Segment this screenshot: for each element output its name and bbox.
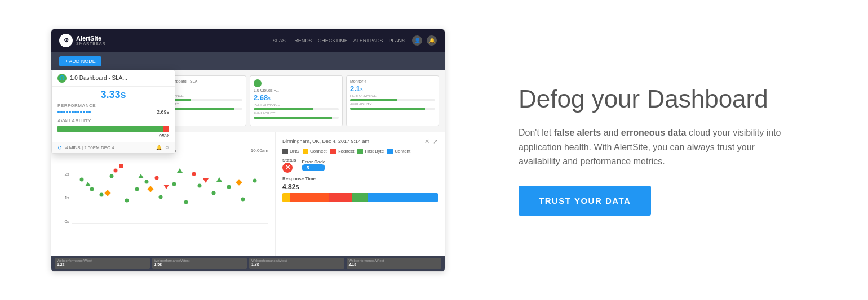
add-btn-row: + ADD NODE bbox=[51, 52, 445, 70]
dash-card-4: Monitor 4 2.1s PERFORMANCE AVAILABILITY bbox=[346, 75, 439, 126]
card4-avail-bar bbox=[350, 108, 435, 110]
right-header: Birmingham, UK, Dec 4, 2017 9:14 am ✕ ↗ bbox=[282, 138, 438, 145]
user-icon[interactable]: 👤 bbox=[412, 35, 422, 46]
add-node-button[interactable]: + ADD NODE bbox=[59, 56, 101, 66]
bell-icon: 🔔 bbox=[156, 145, 162, 150]
dot-green-4 bbox=[109, 174, 113, 178]
tri-down-2 bbox=[203, 178, 209, 183]
dot-green-14 bbox=[241, 197, 245, 201]
legend-connect-box bbox=[303, 149, 308, 154]
y-label-1s: 1s bbox=[58, 195, 69, 200]
legend-redirect-box bbox=[330, 149, 336, 154]
resp-time-value: 4.82s bbox=[282, 183, 438, 191]
gear-icon: ⚙ bbox=[165, 145, 169, 150]
tooltip-time: 4 MINS | 2:50PM DEC 4 bbox=[65, 145, 114, 150]
nav-bar: ⚙ AlertSite SMARTBEAR SLAs TRENDS CHECKT… bbox=[51, 29, 445, 52]
card4-perf-label: PERFORMANCE bbox=[350, 94, 435, 97]
card4-perf-bar bbox=[350, 99, 435, 101]
legend-dns-label: DNS bbox=[290, 149, 299, 154]
card3-value: 2.68s bbox=[254, 93, 339, 102]
avail-bar: 95% bbox=[52, 124, 175, 142]
tooltip-card: 🌐 1.0 Dashboard - SLA... 3.33s PERFORMAN… bbox=[51, 70, 175, 154]
tooltip-footer: ↺ 4 MINS | 2:50PM DEC 4 🔔 ⚙ bbox=[52, 142, 175, 153]
resp-bar bbox=[282, 193, 438, 202]
legend-dns-box bbox=[282, 149, 288, 154]
status-label: Status bbox=[282, 158, 296, 163]
dot-green-15 bbox=[253, 179, 256, 183]
dot-green-10 bbox=[184, 200, 188, 204]
logo-name: AlertSite bbox=[76, 35, 105, 42]
card3-avail-bar bbox=[254, 117, 339, 119]
tri-up-1 bbox=[85, 182, 91, 186]
diamond-3 bbox=[236, 179, 242, 185]
diamond-2 bbox=[148, 186, 154, 192]
strip-card-1: Webperformance/Wtest 1.2s bbox=[55, 258, 150, 269]
resp-seg-yellow bbox=[282, 193, 290, 202]
resp-seg-red bbox=[329, 193, 352, 202]
perf-value: 2.69s bbox=[157, 109, 169, 115]
tri-up-4 bbox=[216, 177, 222, 182]
nav-item-2[interactable]: TRENDS bbox=[291, 38, 312, 43]
tri-up-2 bbox=[138, 174, 144, 178]
scatter-area: 3s 2s 1s 0s bbox=[58, 148, 268, 235]
tooltip-title: 1.0 Dashboard - SLA... bbox=[70, 75, 127, 81]
error-code-badge: 5 bbox=[302, 164, 325, 171]
dot-green-9 bbox=[172, 182, 176, 186]
avail-green bbox=[57, 126, 163, 132]
nav-item-3[interactable]: CHECKTIME bbox=[318, 38, 348, 43]
card3-globe bbox=[254, 79, 262, 87]
nav-item-4[interactable]: ALERTPADS bbox=[353, 38, 383, 43]
perf-dots: 2.69s bbox=[52, 109, 175, 117]
legend-content-box bbox=[387, 149, 393, 154]
status-row: Status ✕ Error Code 5 bbox=[282, 158, 438, 173]
avail-label: AVAILABILITY bbox=[52, 117, 175, 124]
strip-val-4: 2.1s bbox=[349, 262, 440, 266]
share-icon[interactable]: ↗ bbox=[433, 138, 438, 145]
dot-green-7 bbox=[145, 180, 149, 183]
legend-firstbyte: First Byte bbox=[357, 149, 384, 154]
notifications-icon[interactable]: 🔔 bbox=[427, 35, 437, 46]
card3-perf-bar bbox=[254, 108, 339, 110]
mockup-outer: ⚙ AlertSite SMARTBEAR SLAs TRENDS CHECKT… bbox=[51, 29, 445, 272]
dot-red-2 bbox=[154, 176, 158, 180]
card3-perf-label: PERFORMANCE bbox=[254, 103, 339, 106]
error-code-label: Error Code bbox=[302, 159, 325, 164]
card3-title: 1.0 Clouds P... bbox=[254, 88, 339, 92]
dot-red-3 bbox=[192, 172, 196, 176]
dot-red-1 bbox=[113, 168, 117, 172]
legend-connect-label: Connect bbox=[310, 149, 327, 154]
close-icon[interactable]: ✕ bbox=[424, 138, 429, 145]
legend-redirect: Redirect bbox=[330, 149, 355, 154]
nav-item-5[interactable]: PLANS bbox=[388, 38, 405, 43]
card4-value: 2.1s bbox=[350, 84, 435, 93]
bottom-strip: Webperformance/Wtest 1.2s Webperformance… bbox=[51, 256, 445, 271]
logo-sub: SMARTBEAR bbox=[76, 42, 105, 46]
dot-green-6 bbox=[135, 187, 139, 191]
legend-content: Content bbox=[387, 149, 410, 154]
tooltip-globe-icon: 🌐 bbox=[57, 74, 67, 83]
screenshot-container: ⚙ AlertSite SMARTBEAR SLAs TRENDS CHECKT… bbox=[34, 29, 462, 272]
logo-icon: ⚙ bbox=[59, 34, 73, 47]
description: Don't let false alerts and erroneous dat… bbox=[519, 126, 789, 169]
main-heading: Defog your Dashboard bbox=[519, 84, 823, 114]
avail-red bbox=[163, 126, 169, 132]
strip-card-2: Webperformance/Wtest 1.5s bbox=[152, 258, 247, 269]
dot-green-12 bbox=[211, 191, 215, 195]
nav-item-1[interactable]: SLAs bbox=[273, 38, 286, 43]
right-location: Birmingham, UK, Dec 4, 2017 9:14 am bbox=[282, 138, 369, 144]
resp-seg-green bbox=[352, 193, 368, 202]
y-axis: 3s 2s 1s 0s bbox=[58, 148, 69, 224]
text-content: Defog your Dashboard Don't let false ale… bbox=[496, 73, 834, 227]
strip-val-3: 1.8s bbox=[251, 262, 342, 266]
trust-data-button[interactable]: TRUST YOUR DATA bbox=[519, 186, 651, 216]
selected-dot bbox=[119, 164, 123, 168]
legend-redirect-label: Redirect bbox=[338, 149, 355, 154]
dot-green-1 bbox=[80, 177, 84, 181]
refresh-icon: ↺ bbox=[57, 145, 62, 151]
dot-green-8 bbox=[158, 195, 162, 199]
chart-right: Birmingham, UK, Dec 4, 2017 9:14 am ✕ ↗ … bbox=[276, 132, 445, 256]
resp-seg-blue bbox=[368, 193, 438, 202]
logo-text-block: AlertSite SMARTBEAR bbox=[76, 35, 105, 46]
legend-firstbyte-label: First Byte bbox=[365, 149, 384, 154]
y-label-0s: 0s bbox=[58, 219, 69, 224]
